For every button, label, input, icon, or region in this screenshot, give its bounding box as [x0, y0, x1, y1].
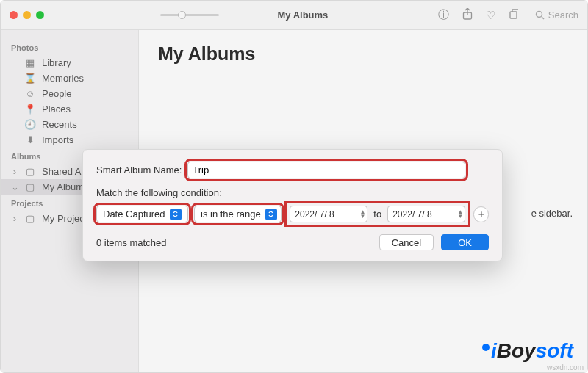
app-window: My Albums ⓘ ♡ Search Photos ›▦Library ›⌛…: [0, 0, 588, 373]
select-caret-icon: [170, 209, 182, 220]
smart-album-name-input[interactable]: [187, 162, 465, 178]
to-label: to: [373, 209, 381, 220]
criteria-operator-select[interactable]: is in the range: [194, 206, 282, 222]
name-label: Smart Album Name:: [96, 164, 182, 175]
match-condition-label: Match the following condition:: [96, 187, 222, 198]
smart-album-sheet: Smart Album Name: Match the following co…: [82, 149, 503, 261]
select-value: is in the range: [201, 209, 261, 220]
cancel-button[interactable]: Cancel: [379, 234, 434, 250]
date-text: 2022/ 7/ 8: [295, 209, 334, 220]
add-condition-button[interactable]: ＋: [473, 206, 489, 222]
select-value: Date Captured: [103, 209, 165, 220]
select-caret-icon: [265, 209, 277, 220]
watermark-domain: wsxdn.com: [547, 363, 584, 372]
stepper-icon[interactable]: ▲▼: [359, 210, 365, 219]
criteria-field-select[interactable]: Date Captured: [96, 206, 188, 222]
date-to-input[interactable]: 2022/ 7/ 8 ▲▼: [387, 206, 465, 222]
watermark-logo: iBoysoft: [482, 339, 573, 363]
ok-button[interactable]: OK: [441, 234, 489, 250]
items-matched-text: 0 items matched: [96, 237, 166, 248]
date-from-input[interactable]: 2022/ 7/ 8 ▲▼: [290, 206, 368, 222]
stepper-icon[interactable]: ▲▼: [457, 210, 463, 219]
date-text: 2022/ 7/ 8: [392, 209, 431, 220]
